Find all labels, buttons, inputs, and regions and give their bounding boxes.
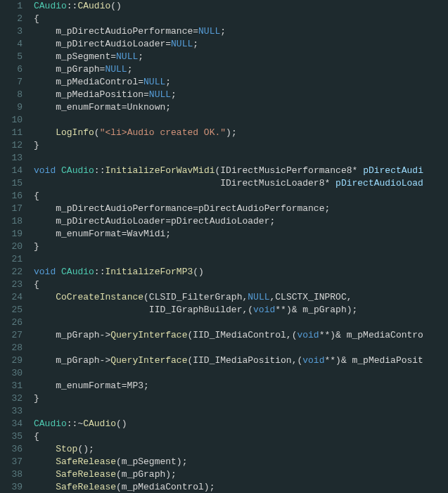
code-line[interactable]: void CAudio::InitializeForMP3() bbox=[34, 266, 423, 278]
line-number: 33 bbox=[3, 405, 23, 418]
code-line[interactable]: { bbox=[34, 190, 423, 203]
line-number: 32 bbox=[3, 392, 23, 405]
line-number: 38 bbox=[3, 468, 23, 481]
line-number: 21 bbox=[3, 253, 23, 266]
code-line[interactable]: m_pDirectAudioPerformance=NULL; bbox=[34, 25, 423, 38]
line-number: 19 bbox=[3, 228, 23, 241]
line-number: 39 bbox=[3, 481, 23, 493]
code-line[interactable] bbox=[34, 367, 423, 380]
code-line[interactable]: LogInfo("<li>Audio created OK."); bbox=[34, 127, 423, 139]
code-line[interactable]: Stop(); bbox=[34, 443, 423, 456]
line-number: 1 bbox=[3, 0, 23, 13]
line-number: 8 bbox=[3, 89, 23, 101]
code-line[interactable]: } bbox=[34, 392, 423, 405]
line-number: 36 bbox=[3, 443, 23, 456]
code-line[interactable]: { bbox=[34, 278, 423, 291]
line-number: 16 bbox=[3, 190, 23, 203]
code-line[interactable]: m_pDirectAudioLoader=NULL; bbox=[34, 38, 423, 51]
line-number: 4 bbox=[3, 38, 23, 51]
line-number: 25 bbox=[3, 304, 23, 316]
code-line[interactable]: m_pGraph=NULL; bbox=[34, 63, 423, 76]
line-number: 14 bbox=[3, 165, 23, 177]
code-line[interactable]: { bbox=[34, 430, 423, 443]
line-number: 35 bbox=[3, 430, 23, 443]
line-number: 24 bbox=[3, 291, 23, 304]
line-number: 29 bbox=[3, 354, 23, 367]
line-number: 28 bbox=[3, 342, 23, 354]
code-line[interactable]: m_pDirectAudioPerformance=pDirectAudioPe… bbox=[34, 203, 423, 215]
code-line[interactable]: m_pGraph->QueryInterface(IID_IMediaPosit… bbox=[34, 354, 423, 367]
line-number: 30 bbox=[3, 367, 23, 380]
code-line[interactable] bbox=[34, 405, 423, 418]
line-number-gutter: 1234567891011121314151617181920212223242… bbox=[0, 0, 28, 493]
line-number: 7 bbox=[3, 76, 23, 89]
code-line[interactable]: void CAudio::InitializeForWavMidi(IDirec… bbox=[34, 165, 423, 177]
code-line[interactable]: m_enumFormat=Unknown; bbox=[34, 101, 423, 114]
code-line[interactable]: m_pSegment=NULL; bbox=[34, 51, 423, 63]
line-number: 10 bbox=[3, 114, 23, 127]
code-editor[interactable]: 1234567891011121314151617181920212223242… bbox=[0, 0, 448, 493]
code-line[interactable]: m_enumFormat=MP3; bbox=[34, 380, 423, 392]
code-line[interactable] bbox=[34, 316, 423, 329]
line-number: 3 bbox=[3, 25, 23, 38]
line-number: 26 bbox=[3, 316, 23, 329]
line-number: 37 bbox=[3, 456, 23, 468]
code-line[interactable]: m_enumFormat=WavMidi; bbox=[34, 228, 423, 241]
code-line[interactable]: IDirectMusicLoader8* pDirectAudioLoad bbox=[34, 177, 423, 190]
line-number: 18 bbox=[3, 215, 23, 228]
line-number: 2 bbox=[3, 13, 23, 25]
code-line[interactable]: m_pGraph->QueryInterface(IID_IMediaContr… bbox=[34, 329, 423, 342]
line-number: 5 bbox=[3, 51, 23, 63]
line-number: 13 bbox=[3, 152, 23, 165]
line-number: 12 bbox=[3, 139, 23, 152]
code-line[interactable] bbox=[34, 342, 423, 354]
line-number: 22 bbox=[3, 266, 23, 278]
line-number: 23 bbox=[3, 278, 23, 291]
line-number: 27 bbox=[3, 329, 23, 342]
code-line[interactable]: { bbox=[34, 13, 423, 25]
line-number: 31 bbox=[3, 380, 23, 392]
line-number: 6 bbox=[3, 63, 23, 76]
code-line[interactable] bbox=[34, 152, 423, 165]
line-number: 15 bbox=[3, 177, 23, 190]
line-number: 34 bbox=[3, 418, 23, 430]
code-line[interactable] bbox=[34, 253, 423, 266]
code-area[interactable]: CAudio::CAudio(){ m_pDirectAudioPerforma… bbox=[28, 0, 423, 493]
line-number: 9 bbox=[3, 101, 23, 114]
code-line[interactable]: SafeRelease(m_pMediaControl); bbox=[34, 481, 423, 493]
line-number: 17 bbox=[3, 203, 23, 215]
code-line[interactable]: IID_IGraphBuilder,(void**)& m_pGraph); bbox=[34, 304, 423, 316]
code-line[interactable]: SafeRelease(m_pSegment); bbox=[34, 456, 423, 468]
code-line[interactable]: CoCreateInstance(CLSID_FilterGraph,NULL,… bbox=[34, 291, 423, 304]
code-line[interactable]: } bbox=[34, 139, 423, 152]
code-line[interactable]: } bbox=[34, 241, 423, 253]
code-line[interactable]: m_pDirectAudioLoader=pDirectAudioLoader; bbox=[34, 215, 423, 228]
code-line[interactable]: SafeRelease(m_pGraph); bbox=[34, 468, 423, 481]
line-number: 11 bbox=[3, 127, 23, 139]
code-line[interactable]: CAudio::~CAudio() bbox=[34, 418, 423, 430]
code-line[interactable]: m_pMediaControl=NULL; bbox=[34, 76, 423, 89]
code-line[interactable] bbox=[34, 114, 423, 127]
code-line[interactable]: m_pMediaPosition=NULL; bbox=[34, 89, 423, 101]
line-number: 20 bbox=[3, 241, 23, 253]
code-line[interactable]: CAudio::CAudio() bbox=[34, 0, 423, 13]
